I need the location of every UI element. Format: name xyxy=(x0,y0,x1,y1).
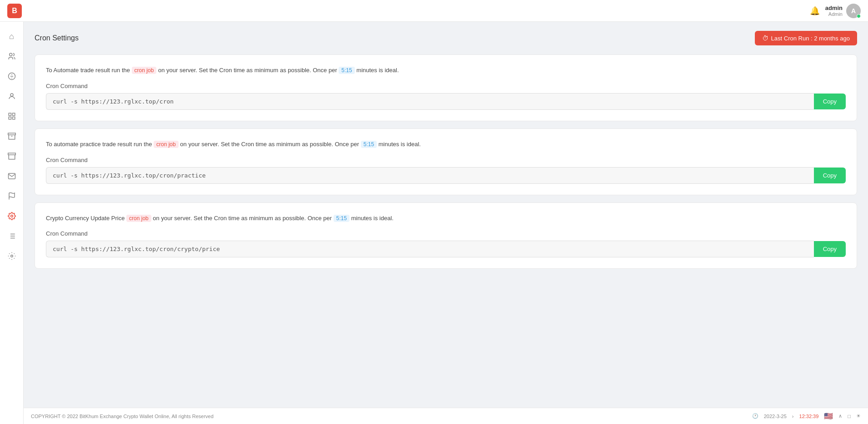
cron-badge: cron job xyxy=(154,141,179,148)
page-title: Cron Settings xyxy=(35,34,79,42)
svg-point-0 xyxy=(9,53,12,56)
last-cron-label: Last Cron Run : 2 months ago xyxy=(771,35,850,42)
svg-point-18 xyxy=(10,255,13,257)
copy-button-trade[interactable]: Copy xyxy=(814,94,846,109)
sidebar: ⌂ xyxy=(0,22,24,424)
cron-card-trade: To Automate trade result run the cron jo… xyxy=(35,54,857,121)
header-right: 🔔 admin Admin A xyxy=(810,4,861,18)
sidebar-item-flag[interactable] xyxy=(3,187,21,205)
sidebar-item-list[interactable] xyxy=(3,227,21,245)
cron-command-label: Cron Command xyxy=(46,230,846,237)
cron-command-label: Cron Command xyxy=(46,157,846,163)
sidebar-item-finance[interactable] xyxy=(3,67,21,85)
cron-interval: 5:15 xyxy=(334,215,349,222)
footer-time: 12:32:39 xyxy=(799,414,819,419)
cron-desc-before: To Automate trade result run the xyxy=(46,67,132,74)
user-info: admin Admin A xyxy=(825,4,861,18)
copy-button-crypto[interactable]: Copy xyxy=(814,241,846,257)
clock-icon: ⏱ xyxy=(762,35,768,42)
user-details: admin Admin xyxy=(825,5,843,17)
cron-desc-end: minutes is ideal. xyxy=(356,67,399,74)
cron-desc-crypto: Crypto Currency Update Price cron job on… xyxy=(46,214,846,223)
svg-rect-9 xyxy=(8,153,15,155)
svg-rect-7 xyxy=(8,133,15,135)
last-cron-button[interactable]: ⏱ Last Cron Run : 2 months ago xyxy=(755,31,857,45)
cron-desc-end: minutes is ideal. xyxy=(351,215,394,222)
notification-bell[interactable]: 🔔 xyxy=(810,6,820,16)
user-name: admin xyxy=(825,5,843,11)
cron-desc-after: on your server. Set the Cron time as min… xyxy=(180,141,360,148)
main-content: Cron Settings ⏱ Last Cron Run : 2 months… xyxy=(24,22,868,424)
sidebar-item-box[interactable] xyxy=(3,127,21,145)
cron-desc-end: minutes is ideal. xyxy=(379,141,421,148)
svg-rect-5 xyxy=(9,117,11,119)
cron-command-input-trade[interactable] xyxy=(46,93,814,110)
cron-desc-trade: To Automate trade result run the cron jo… xyxy=(46,66,846,75)
sidebar-item-gear[interactable] xyxy=(3,247,21,265)
cron-cards-container: To Automate trade result run the cron jo… xyxy=(35,54,857,269)
footer-date: 2022-3-25 xyxy=(764,414,787,419)
cron-command-label: Cron Command xyxy=(46,83,846,89)
cron-desc-after: on your server. Set the Cron time as min… xyxy=(158,67,339,74)
footer-clock-icon: 🕐 xyxy=(752,413,758,419)
sidebar-item-users[interactable] xyxy=(3,47,21,65)
copyright-text: COPYRIGHT © 2022 BitKhum Exchange Crypto… xyxy=(31,414,214,419)
user-role: Admin xyxy=(825,11,843,17)
footer-flag: 🇺🇸 xyxy=(824,412,833,420)
sidebar-item-settings[interactable] xyxy=(3,207,21,225)
footer-expand-icon[interactable]: ∧ xyxy=(838,413,842,419)
svg-point-11 xyxy=(10,215,13,217)
sidebar-item-profile[interactable] xyxy=(3,87,21,105)
sidebar-item-archive[interactable] xyxy=(3,147,21,165)
footer: COPYRIGHT © 2022 BitKhum Exchange Crypto… xyxy=(24,408,868,424)
logo-letter: B xyxy=(12,7,17,15)
sidebar-item-message[interactable] xyxy=(3,167,21,185)
cron-command-row: Copy xyxy=(46,93,846,110)
copy-button-practice[interactable]: Copy xyxy=(814,168,846,183)
footer-window-icon[interactable]: □ xyxy=(848,414,851,419)
cron-desc-practice: To automate practice trade result run th… xyxy=(46,140,846,149)
header: B 🔔 admin Admin A xyxy=(0,0,868,22)
avatar: A xyxy=(846,4,861,18)
svg-rect-3 xyxy=(9,113,11,115)
sidebar-item-grid[interactable] xyxy=(3,107,21,125)
cron-command-input-practice[interactable] xyxy=(46,167,814,184)
cron-interval: 5:15 xyxy=(339,67,354,74)
avatar-letter: A xyxy=(851,7,856,15)
cron-command-row: Copy xyxy=(46,167,846,184)
cron-card-crypto: Crypto Currency Update Price cron job on… xyxy=(35,202,857,269)
footer-brightness-icon[interactable]: ☀ xyxy=(856,413,861,419)
cron-desc-before: To automate practice trade result run th… xyxy=(46,141,154,148)
footer-arrow: › xyxy=(792,414,794,419)
cron-interval: 5:15 xyxy=(361,141,377,148)
online-indicator xyxy=(857,14,861,18)
page-header: Cron Settings ⏱ Last Cron Run : 2 months… xyxy=(35,31,857,45)
svg-point-2 xyxy=(10,94,13,96)
cron-desc-after: on your server. Set the Cron time as min… xyxy=(153,215,333,222)
sidebar-item-home[interactable]: ⌂ xyxy=(3,27,21,45)
svg-rect-4 xyxy=(12,113,15,115)
footer-right: 🕐 2022-3-25 › 12:32:39 🇺🇸 ∧ □ ☀ xyxy=(752,412,861,420)
cron-command-row: Copy xyxy=(46,241,846,257)
logo: B xyxy=(7,4,22,18)
cron-card-practice: To automate practice trade result run th… xyxy=(35,128,857,195)
cron-badge: cron job xyxy=(132,67,157,74)
cron-badge: cron job xyxy=(126,215,151,222)
cron-command-input-crypto[interactable] xyxy=(46,241,814,257)
cron-desc-before: Crypto Currency Update Price xyxy=(46,215,125,222)
svg-rect-6 xyxy=(12,117,15,119)
